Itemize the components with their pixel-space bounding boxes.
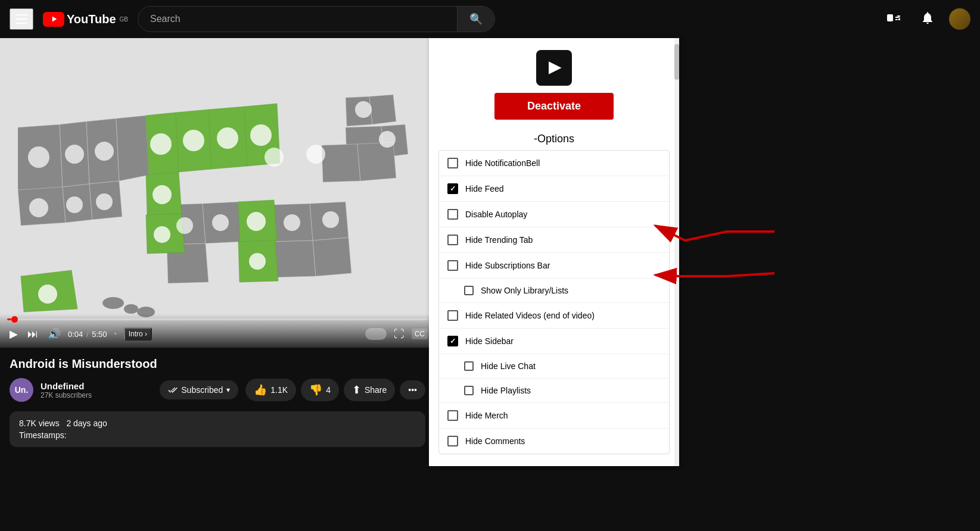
option-hide-notification-bell[interactable]: Hide NotificationBell [439,151,669,176]
option-label-disable-autoplay: Disable Autoplay [465,210,527,219]
like-button[interactable]: 👍 1.1K [245,379,296,401]
video-description[interactable]: 8.7K views 2 days ago Timestamps: [10,411,425,447]
option-label-hide-feed: Hide Feed [465,184,504,193]
subscribe-button[interactable]: Subscribed ▾ [160,380,238,399]
svg-point-39 [176,217,193,234]
option-hide-merch[interactable]: Hide Merch [439,403,669,429]
hamburger-menu[interactable] [10,8,33,30]
autoplay-toggle[interactable] [365,328,387,340]
svg-marker-20 [322,144,360,182]
channel-info: Undefined 27K subscribers [41,381,153,399]
option-hide-feed[interactable]: Hide Feed [439,176,669,202]
next-button[interactable]: ⏭ [25,326,41,343]
svg-point-48 [153,185,172,204]
svg-point-30 [28,146,49,168]
checkbox-hide-related-videos[interactable] [447,310,458,321]
svg-point-36 [379,131,396,148]
svg-point-45 [183,130,204,151]
checkbox-hide-feed[interactable] [447,183,458,194]
svg-marker-5 [116,115,149,181]
option-label-hide-merch: Hide Merch [465,411,508,420]
video-controls: ▶ ⏭ 🔊 0:04 / 5:50 • Intro › ⛶ CC [0,314,435,348]
checkbox-hide-comments[interactable] [447,436,458,446]
option-show-only-library[interactable]: Show Only Library/Lists [439,279,669,303]
search-input[interactable] [138,8,457,30]
checkbox-hide-sidebar[interactable] [447,336,458,346]
chapter-badge[interactable]: Intro › [124,327,152,341]
channel-name: Undefined [41,381,153,391]
svg-point-34 [306,145,325,164]
options-title: -Options [429,133,679,145]
progress-bar[interactable] [7,318,428,320]
svg-marker-0 [52,17,57,22]
option-hide-trending-tab[interactable]: Hide Trending Tab [439,227,669,253]
yt-logo-country: GB [120,16,128,23]
yt-logo-icon [43,12,64,27]
checkbox-hide-playlists[interactable] [464,386,474,395]
search-button[interactable]: 🔍 [457,7,494,32]
timestamps-label: Timestamps: [19,430,416,440]
option-hide-subscriptions-bar[interactable]: Hide Subscriptions Bar [439,253,669,279]
option-hide-related-videos[interactable]: Hide Related Videos (end of video) [439,303,669,329]
popup-scrollbar[interactable] [674,38,679,466]
create-button[interactable] [882,6,906,33]
option-disable-autoplay[interactable]: Disable Autoplay [439,202,669,227]
option-label-hide-subscriptions-bar: Hide Subscriptions Bar [465,261,550,270]
current-time: 0:04 [68,330,83,339]
action-row: 👍 1.1K 👎 4 ⬆ Share ••• [245,379,425,401]
popup-logo-area: Deactivate [429,38,679,126]
option-hide-sidebar[interactable]: Hide Sidebar [439,329,669,354]
fullscreen-button[interactable]: ⛶ [391,326,407,343]
cc-button[interactable]: CC [412,329,428,339]
header-right [882,6,970,33]
option-label-hide-comments: Hide Comments [465,436,525,446]
option-hide-playlists[interactable]: Hide Playlists [439,379,669,403]
youtube-logo[interactable]: YouTubeGB [43,12,128,27]
svg-point-42 [66,196,83,213]
share-button[interactable]: ⬆ Share [344,379,395,401]
channel-row: Un. Undefined 27K subscribers Subscribed… [10,378,425,402]
search-bar: 🔍 [138,6,495,32]
play-button[interactable]: ▶ [7,325,20,343]
svg-marker-21 [357,142,396,181]
video-player[interactable]: ▶ ⏭ 🔊 0:04 / 5:50 • Intro › ⛶ CC [0,38,435,348]
notifications-button[interactable] [916,6,939,33]
channel-avatar[interactable]: Un. [10,378,33,402]
deactivate-button[interactable]: Deactivate [494,93,614,120]
checkbox-hide-notification-bell[interactable] [447,158,458,168]
svg-point-43 [96,193,113,210]
checkbox-show-only-library[interactable] [464,286,474,295]
volume-button[interactable]: 🔊 [45,325,63,343]
checkbox-hide-live-chat[interactable] [464,361,474,371]
svg-point-50 [154,226,170,243]
option-hide-comments[interactable]: Hide Comments [439,429,669,454]
extension-icon [536,50,572,86]
yt-logo-text: YouTube [67,13,116,26]
checkbox-hide-merch[interactable] [447,410,458,421]
checkbox-hide-trending-tab[interactable] [447,235,458,245]
more-button[interactable]: ••• [400,380,425,399]
option-label-hide-playlists: Hide Playlists [481,386,531,395]
svg-point-38 [322,211,339,228]
option-hide-live-chat[interactable]: Hide Live Chat [439,354,669,379]
video-area: ▶ ⏭ 🔊 0:04 / 5:50 • Intro › ⛶ CC [0,38,435,531]
scrollbar-thumb[interactable] [674,44,679,80]
video-info: Android is Misunderstood Un. Undefined 2… [0,348,435,457]
svg-point-32 [95,142,114,161]
svg-point-41 [29,198,48,217]
dislike-button[interactable]: 👎 4 [301,379,339,401]
subscriber-count: 27K subscribers [41,391,153,399]
svg-point-37 [284,214,300,231]
checkbox-hide-subscriptions-bar[interactable] [447,260,458,271]
site-header: YouTubeGB 🔍 [0,0,980,38]
svg-point-53 [38,285,57,304]
svg-point-46 [217,127,238,149]
svg-point-40 [212,214,229,231]
video-title: Android is Misunderstood [10,357,425,371]
option-label-hide-sidebar: Hide Sidebar [465,336,514,346]
svg-point-35 [355,101,372,118]
header-left: YouTubeGB [10,8,128,30]
checkbox-disable-autoplay[interactable] [447,209,458,220]
user-avatar[interactable] [949,8,970,30]
svg-point-51 [249,253,266,270]
